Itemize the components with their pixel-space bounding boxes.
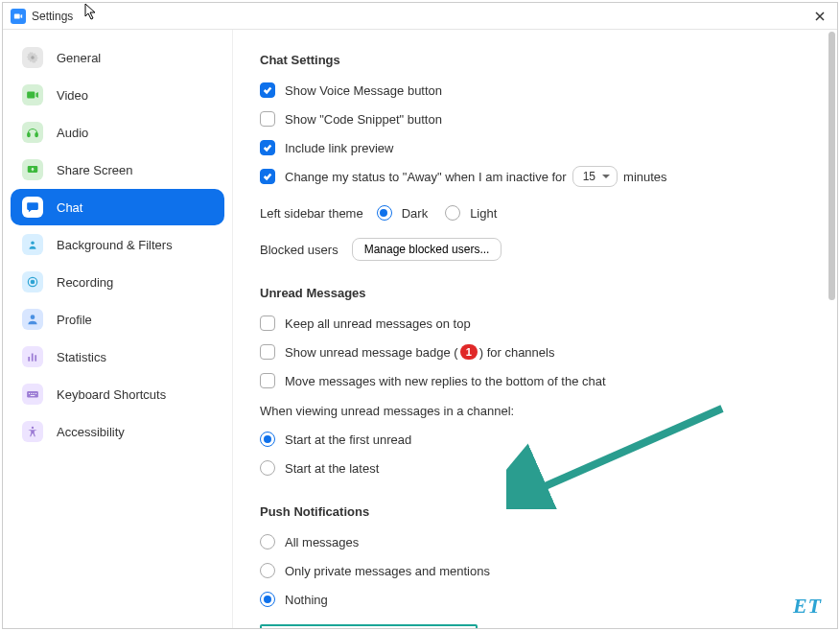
keep-top-label: Keep all unread messages on top [285, 316, 471, 331]
keep-top-row: Keep all unread messages on top [260, 310, 810, 337]
voice-message-row: Show Voice Message button [260, 77, 810, 104]
sidebar-item-label: Video [57, 88, 88, 103]
sidebar-theme-row: Left sidebar theme Dark Light [260, 199, 810, 226]
sidebar-item-profile[interactable]: Profile [11, 301, 224, 338]
theme-light-radio[interactable] [445, 205, 460, 221]
accessibility-icon [22, 421, 43, 442]
start-first-row: Start at the first unread [260, 426, 810, 453]
svg-point-15 [35, 393, 36, 394]
away-prefix: Change my status to "Away" when I am ina… [285, 170, 567, 184]
push-private-label: Only private messages and mentions [285, 564, 490, 578]
background-icon [22, 234, 43, 255]
start-latest-row: Start at the latest [260, 455, 810, 481]
push-heading: Push Notifications [260, 504, 810, 519]
sidebar-item-general[interactable]: General [11, 39, 224, 76]
theme-dark-radio[interactable] [377, 205, 392, 221]
sidebar-item-label: Chat [57, 200, 82, 215]
sidebar-item-label: Audio [57, 126, 88, 140]
away-minutes-select[interactable]: 15 [572, 166, 618, 187]
sidebar-item-label: Statistics [57, 350, 106, 364]
svg-rect-11 [27, 391, 38, 397]
svg-point-14 [34, 393, 35, 394]
sidebar-item-label: Recording [57, 275, 113, 290]
link-preview-checkbox[interactable] [260, 140, 275, 155]
sidebar-item-label: Keyboard Shortcuts [57, 387, 166, 402]
settings-window: Settings GeneralVideoAudioShare ScreenCh… [2, 2, 838, 629]
push-all-label: All messages [285, 535, 359, 549]
start-first-radio[interactable] [260, 432, 275, 447]
chat-settings-heading: Chat Settings [260, 53, 810, 67]
push-private-radio[interactable] [260, 563, 275, 578]
share-icon [22, 159, 43, 180]
sidebar-item-audio[interactable]: Audio [11, 114, 224, 151]
viewing-unread-label: When viewing unread messages in a channe… [260, 404, 810, 418]
gear-icon [22, 47, 43, 68]
sidebar-item-chat[interactable]: Chat [11, 189, 224, 225]
away-status-row: Change my status to "Away" when I am ina… [260, 163, 810, 190]
svg-point-17 [32, 427, 34, 429]
move-bottom-checkbox[interactable] [260, 373, 275, 388]
svg-point-7 [31, 315, 35, 319]
sidebar-item-recording[interactable]: Recording [11, 264, 224, 300]
sidebar-item-accessibility[interactable]: Accessibility [11, 413, 224, 450]
unread-heading: Unread Messages [260, 286, 810, 300]
close-button[interactable] [810, 7, 829, 26]
sidebar-item-label: Profile [57, 313, 92, 327]
audio-icon [22, 122, 43, 143]
scrollbar-thumb[interactable] [828, 32, 835, 300]
start-latest-radio[interactable] [260, 460, 275, 476]
svg-rect-10 [35, 355, 36, 361]
body: GeneralVideoAudioShare ScreenChatBackgro… [3, 30, 837, 628]
badge-checkbox[interactable] [260, 344, 275, 360]
badge-row: Show unread message badge ( 1 ) for chan… [260, 339, 810, 365]
sidebar-item-label: Background & Filters [57, 238, 173, 252]
badge-count: 1 [460, 344, 478, 360]
blocked-users-row: Blocked users Manage blocked users... [260, 236, 810, 263]
push-nothing-row: Nothing [260, 586, 810, 613]
scrollbar[interactable] [828, 32, 835, 626]
push-all-radio[interactable] [260, 534, 275, 549]
sidebar-item-background-filters[interactable]: Background & Filters [11, 226, 224, 263]
sidebar-item-share-screen[interactable]: Share Screen [11, 152, 224, 188]
link-preview-label: Include link preview [285, 141, 393, 155]
push-nothing-radio[interactable] [260, 592, 275, 607]
theme-light-label: Light [470, 206, 497, 221]
profile-icon [22, 309, 43, 330]
svg-rect-9 [32, 354, 34, 362]
away-suffix: minutes [623, 170, 667, 184]
svg-point-12 [29, 393, 30, 394]
exception-highlight: With exception for Channels... [260, 624, 478, 628]
sidebar-item-label: General [57, 51, 101, 65]
cursor-icon [84, 3, 98, 20]
push-all-row: All messages [260, 528, 810, 555]
svg-rect-1 [28, 133, 30, 137]
statistics-icon [22, 346, 43, 367]
code-snippet-label: Show "Code Snippet" button [285, 112, 442, 127]
move-bottom-row: Move messages with new replies to the bo… [260, 367, 810, 394]
push-private-row: Only private messages and mentions [260, 557, 810, 584]
sidebar: GeneralVideoAudioShare ScreenChatBackgro… [3, 30, 233, 628]
away-status-checkbox[interactable] [260, 169, 275, 184]
chat-icon [22, 197, 43, 218]
svg-rect-2 [35, 133, 37, 137]
sidebar-item-keyboard-shortcuts[interactable]: Keyboard Shortcuts [11, 376, 224, 412]
sidebar-theme-label: Left sidebar theme [260, 206, 363, 221]
theme-dark-label: Dark [402, 206, 428, 221]
sidebar-item-video[interactable]: Video [11, 77, 224, 113]
blocked-users-label: Blocked users [260, 243, 338, 257]
sidebar-item-statistics[interactable]: Statistics [11, 339, 224, 375]
main-panel: Chat Settings Show Voice Message button … [233, 30, 837, 628]
badge-suffix: ) for channels [479, 345, 555, 360]
manage-blocked-button[interactable]: Manage blocked users... [352, 238, 502, 261]
voice-message-label: Show Voice Message button [285, 83, 442, 98]
video-icon [22, 84, 43, 105]
code-snippet-checkbox[interactable] [260, 111, 275, 127]
voice-message-checkbox[interactable] [260, 82, 275, 98]
svg-rect-8 [28, 357, 30, 362]
code-snippet-row: Show "Code Snippet" button [260, 105, 810, 132]
watermark: ET [793, 594, 822, 619]
start-first-label: Start at the first unread [285, 432, 411, 447]
push-nothing-label: Nothing [285, 593, 328, 607]
svg-point-6 [31, 280, 35, 284]
keep-top-checkbox[interactable] [260, 316, 275, 331]
